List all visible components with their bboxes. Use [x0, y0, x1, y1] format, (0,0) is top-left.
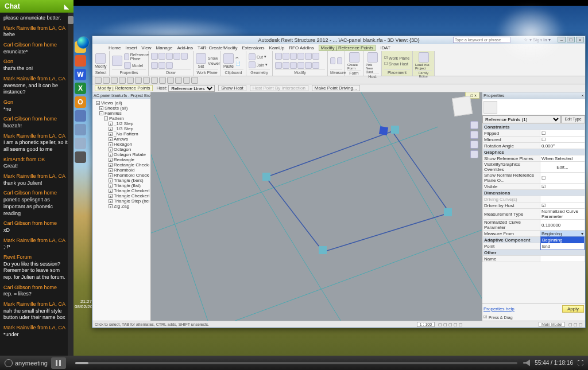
dock-outlook-icon[interactable]: O — [75, 96, 86, 108]
showhost-chk[interactable]: ☐ Show Host — [384, 61, 409, 66]
cut-geom[interactable]: Cut ▾ — [249, 53, 268, 60]
browser-node[interactable]: +Triangle Checkerboard (bent — [94, 188, 149, 193]
nav-orbit-icon[interactable] — [470, 150, 478, 158]
browser-node[interactable]: +Arrows — [94, 137, 149, 142]
dock-app2-icon[interactable] — [75, 138, 86, 149]
ribbon-tab[interactable]: Home — [109, 45, 121, 50]
dock-app3-icon[interactable] — [75, 151, 86, 163]
player-brand[interactable]: anymeeting — [5, 359, 48, 367]
measure-from-dropdown[interactable]: Beginning▾ Beginning End — [540, 231, 585, 237]
pick-host-btn[interactable]: Pick New Host — [366, 52, 379, 73]
chat-scroll-thumb[interactable] — [68, 16, 74, 24]
host-by-intersection-btn[interactable]: Host Point By Intersection — [250, 85, 308, 91]
ribbon-tab[interactable]: RFO AddIns — [289, 45, 314, 50]
dock-word-icon[interactable]: W — [75, 69, 86, 80]
fullscreen-icon[interactable]: ⛶ — [578, 360, 583, 366]
scale-control[interactable]: 1 : 100 — [417, 322, 435, 327]
browser-node[interactable]: +Triangle Step (bent) — [94, 198, 149, 204]
visible-check[interactable]: ☑ — [540, 184, 585, 190]
press-drag-check[interactable]: ☑ Press & Drag — [482, 314, 585, 321]
meas-type-select[interactable]: Normalized Curve Parameter — [540, 209, 585, 220]
ncp-field[interactable]: 0.100000 — [540, 220, 585, 231]
browser-node[interactable]: +_1/2 Step — [94, 121, 149, 126]
infocenter-search[interactable] — [453, 37, 510, 43]
start-orb[interactable] — [77, 36, 90, 49]
model-btn[interactable]: Model — [124, 62, 150, 69]
nav-pan-icon[interactable] — [470, 131, 478, 139]
workplane-chk[interactable]: ☑ Work Plane — [384, 56, 409, 60]
draw-tool[interactable] — [151, 53, 158, 60]
type-selector[interactable]: Reference Points (1) — [482, 115, 561, 123]
measure-from-list[interactable]: Beginning End — [540, 236, 585, 250]
signin-link[interactable]: ☆ ▾ Sign In ▾ — [524, 36, 551, 44]
vis-override-button[interactable]: Edit... — [540, 162, 585, 173]
ribbon-tab[interactable]: KamUp — [269, 45, 285, 50]
browser-node[interactable]: +Octagon — [94, 147, 149, 152]
apply-button[interactable]: Apply — [562, 305, 584, 313]
create-form-btn[interactable]: Create Form — [347, 52, 361, 70]
browser-node[interactable]: +Triangle (bent) — [94, 178, 149, 183]
browser-node[interactable]: –Families — [94, 111, 149, 116]
browser-node[interactable]: –Views (all) — [94, 100, 149, 106]
maximize-button[interactable]: □ — [567, 37, 575, 42]
ribbon-tab[interactable]: Insert — [125, 45, 137, 50]
browser-node[interactable]: +Sheets (all) — [94, 106, 149, 111]
ribbon-tab[interactable]: Manage — [156, 45, 173, 50]
show-ref-select[interactable]: When Selected — [540, 155, 585, 162]
ribbon-tab[interactable]: T4R: Create/Modify — [198, 45, 237, 50]
make-point-driving-btn[interactable]: Make Point Driving... — [312, 85, 360, 91]
modify-button[interactable]: Modify — [95, 53, 107, 68]
browser-node[interactable]: +Triangle (flat) — [94, 183, 149, 188]
minimize-button[interactable]: – — [558, 37, 566, 42]
browser-node[interactable]: +Hexagon — [94, 142, 149, 147]
ribbon-tab[interactable]: Modify | Reference Points — [319, 45, 376, 51]
browser-node[interactable]: +_1/3 Step — [94, 126, 149, 131]
dock-revit-icon[interactable] — [75, 110, 86, 122]
load-into-project-btn[interactable]: Load into Project — [415, 52, 432, 70]
qat-btn[interactable] — [95, 77, 102, 84]
set-btn[interactable]: Set — [196, 53, 206, 68]
close-button[interactable]: × — [576, 37, 584, 42]
project-browser-tree[interactable]: –Views (all)+Sheets (all)–Families–Patte… — [92, 99, 150, 210]
show-normal-check[interactable]: ☐ — [540, 173, 585, 184]
browser-node[interactable]: +Rectangle — [94, 157, 149, 162]
rot-angle-field[interactable]: 0.000° — [540, 143, 585, 149]
browser-node[interactable]: +Rectangle Checkerboard — [94, 162, 149, 168]
show-host-btn[interactable]: Show Host — [218, 85, 246, 91]
browser-node[interactable]: +Triangle Checkerboard (flat — [94, 193, 149, 198]
flipped-check[interactable]: ☐ — [540, 130, 585, 137]
host-select[interactable]: Reference Lines — [168, 85, 215, 92]
browser-node[interactable]: –Pattern — [94, 116, 149, 121]
browser-node[interactable]: +_No Pattern — [94, 131, 149, 137]
browser-node[interactable]: +Octagon Rotate — [94, 152, 149, 157]
revit-titlebar[interactable]: Autodesk Revit Structure 2012 - ... \AC-… — [92, 36, 585, 44]
drawing-canvas[interactable]: - □ × — [151, 92, 482, 321]
browser-node[interactable]: +Rhomboid Checkerboard — [94, 173, 149, 178]
chat-scrollbar[interactable] — [68, 13, 74, 356]
nav-home-icon[interactable] — [470, 121, 478, 129]
volume-icon[interactable] — [523, 360, 530, 367]
mirrored-check[interactable]: ☐ — [540, 137, 585, 143]
driven-check[interactable]: ☑ — [540, 202, 585, 209]
ref-plane-btn[interactable]: Reference Plane — [124, 53, 150, 61]
viewer-btn[interactable]: Viewer — [208, 61, 220, 65]
chat-collapse-icon[interactable]: ◣ — [64, 3, 69, 10]
ribbon-tab[interactable]: IDAT — [380, 45, 390, 50]
viewcube[interactable] — [452, 96, 473, 116]
edit-type-button[interactable]: Edit Type — [561, 115, 585, 123]
paste-btn[interactable]: Paste — [223, 53, 234, 68]
browser-node[interactable]: +Rhomboid — [94, 168, 149, 173]
ribbon-tab[interactable]: View — [141, 45, 151, 50]
show-btn[interactable]: Show — [208, 56, 220, 60]
nav-zoom-icon[interactable] — [470, 141, 478, 149]
join-geom[interactable]: Join ▾ — [249, 61, 268, 68]
properties-help-link[interactable]: Properties help — [483, 306, 514, 311]
properties-close-icon[interactable]: × — [581, 92, 584, 99]
workset-control[interactable]: Main Model — [539, 322, 565, 327]
ribbon-tab[interactable]: Add-Ins — [177, 45, 193, 50]
properties-button[interactable] — [112, 56, 122, 66]
dock-firefox-icon[interactable] — [75, 55, 86, 67]
pause-button[interactable] — [51, 357, 66, 369]
dock-excel-icon[interactable]: X — [75, 83, 86, 94]
ribbon-tab[interactable]: Extensions — [242, 45, 264, 50]
